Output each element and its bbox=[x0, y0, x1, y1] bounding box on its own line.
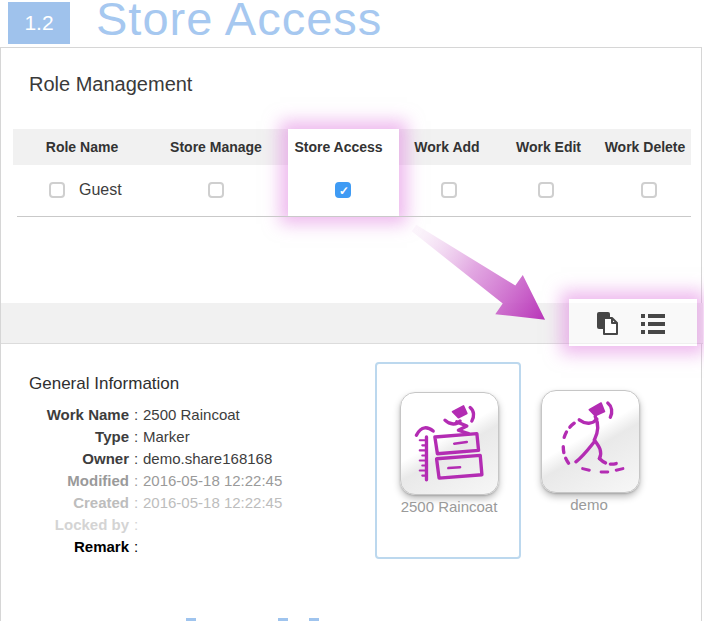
info-row-created: Created : 2016-05-18 12:22:45 bbox=[29, 492, 359, 514]
field-colon: : bbox=[129, 404, 143, 426]
role-name-cell: Guest bbox=[79, 181, 122, 199]
row-select-checkbox[interactable] bbox=[49, 182, 65, 198]
general-information-title: General Information bbox=[29, 374, 359, 394]
work-tile-2500-raincoat[interactable] bbox=[400, 392, 499, 495]
work-delete-checkbox[interactable] bbox=[641, 182, 657, 198]
info-row-owner: Owner : demo.share168168 bbox=[29, 448, 359, 470]
field-value: 2016-05-18 12:22:45 bbox=[143, 470, 282, 492]
field-colon: : bbox=[129, 426, 143, 448]
field-label: Locked by bbox=[29, 514, 129, 536]
store-access-checkbox[interactable] bbox=[335, 182, 351, 198]
col-header-work-edit: Work Edit bbox=[498, 129, 599, 165]
work-tile-demo[interactable] bbox=[541, 390, 640, 493]
field-colon: : bbox=[129, 514, 143, 536]
field-label: Remark bbox=[29, 536, 129, 558]
field-value: 2500 Raincoat bbox=[143, 404, 240, 426]
store-manage-checkbox[interactable] bbox=[208, 182, 224, 198]
page-title: Store Access bbox=[96, 0, 382, 46]
list-view-button[interactable] bbox=[641, 313, 665, 339]
field-label: Type bbox=[29, 426, 129, 448]
field-colon: : bbox=[129, 470, 143, 492]
copy-icon bbox=[596, 322, 621, 339]
list-icon bbox=[641, 321, 665, 338]
work-edit-checkbox[interactable] bbox=[538, 182, 554, 198]
col-header-work-delete: Work Delete bbox=[599, 129, 691, 165]
field-label: Work Name bbox=[29, 404, 129, 426]
field-colon: : bbox=[129, 448, 143, 470]
info-row-work-name: Work Name : 2500 Raincoat bbox=[29, 404, 359, 426]
info-row-modified: Modified : 2016-05-18 12:22:45 bbox=[29, 470, 359, 492]
field-value: 2016-05-18 12:22:45 bbox=[143, 492, 282, 514]
page: 1.2 Store Access Role Management Role Na… bbox=[0, 0, 704, 621]
marker-sketch-icon bbox=[408, 398, 492, 490]
role-management-heading: Role Management bbox=[29, 73, 192, 96]
field-value: demo.share168168 bbox=[143, 448, 272, 470]
app-panel: Role Management Role Name Store Manage S… bbox=[0, 47, 702, 621]
info-row-locked-by: Locked by : bbox=[29, 514, 359, 536]
toolbar-highlight-box bbox=[569, 299, 697, 346]
table-row-divider bbox=[17, 216, 691, 217]
field-label: Created bbox=[29, 492, 129, 514]
copy-button[interactable] bbox=[596, 311, 621, 340]
field-value: Marker bbox=[143, 426, 190, 448]
info-row-remark: Remark : bbox=[29, 536, 359, 558]
field-label: Owner bbox=[29, 448, 129, 470]
col-header-store-access: Store Access bbox=[281, 129, 396, 165]
col-header-work-add: Work Add bbox=[396, 129, 498, 165]
field-label: Modified bbox=[29, 470, 129, 492]
info-row-type: Type : Marker bbox=[29, 426, 359, 448]
col-header-role-name: Role Name bbox=[13, 129, 151, 165]
field-colon: : bbox=[129, 536, 143, 558]
work-tile-label: demo bbox=[514, 496, 664, 513]
general-information-section: General Information Work Name : 2500 Rai… bbox=[29, 374, 359, 558]
work-add-checkbox[interactable] bbox=[441, 182, 457, 198]
field-colon: : bbox=[129, 492, 143, 514]
col-header-store-manage: Store Manage bbox=[151, 129, 281, 165]
work-tile-label: 2500 Raincoat bbox=[374, 498, 524, 515]
sketch-figure-icon bbox=[549, 396, 633, 488]
section-number-badge: 1.2 bbox=[8, 2, 70, 44]
